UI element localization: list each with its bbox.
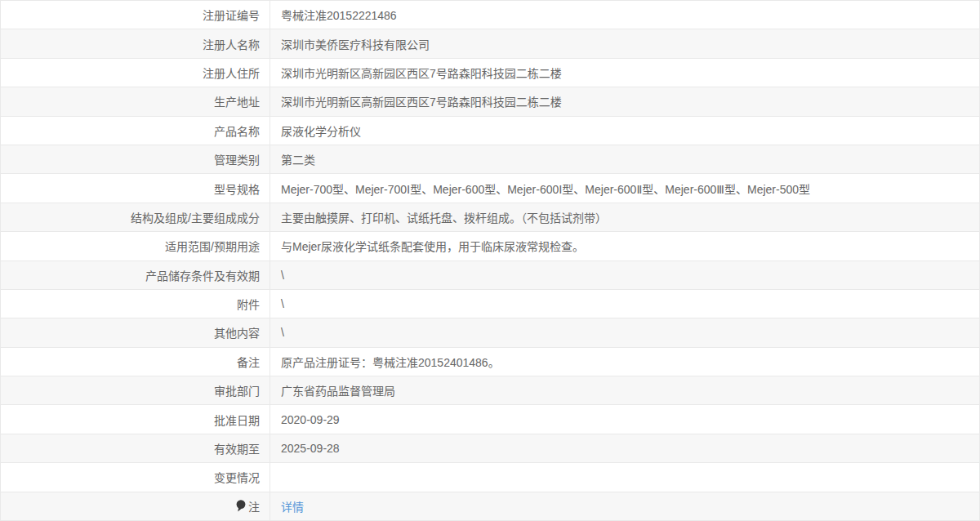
row-label: 生产地址 <box>1 87 270 115</box>
row-value: 2020-09-29 <box>270 405 979 433</box>
table-row: 备注 原产品注册证号：粤械注准20152401486。 <box>1 348 979 376</box>
table-row: 注册证编号 粤械注准20152221486 <box>1 1 979 29</box>
row-label-text: 产品储存条件及有效期 <box>145 267 260 283</box>
row-label: 注册证编号 <box>1 1 270 29</box>
row-label-text: 适用范围/预期用途 <box>165 238 260 254</box>
row-value-text: Mejer-700型、Mejer-700Ⅰ型、Mejer-600型、Mejer-… <box>281 180 810 197</box>
row-value-text: 深圳市光明新区高新园区西区7号路森阳科技园二栋二楼 <box>281 65 562 81</box>
row-label: 有效期至 <box>1 434 270 462</box>
row-label: 批准日期 <box>1 405 270 433</box>
table-row: 注册人名称 深圳市美侨医疗科技有限公司 <box>1 29 979 58</box>
row-label-text: 注 <box>248 498 260 514</box>
row-label-text: 注册证编号 <box>203 7 260 23</box>
row-label-text: 批准日期 <box>214 412 260 428</box>
table-row: 有效期至 2025-09-28 <box>1 434 979 463</box>
row-label: 结构及组成/主要组成成分 <box>1 203 270 231</box>
row-label: 型号规格 <box>1 174 270 202</box>
row-label-text: 结构及组成/主要组成成分 <box>131 209 260 225</box>
row-label-text: 注册人住所 <box>203 65 260 81</box>
row-value <box>270 463 979 491</box>
row-label-text: 附件 <box>237 296 260 312</box>
row-label-text: 注册人名称 <box>203 36 260 52</box>
row-label: 审批部门 <box>1 376 270 404</box>
row-value: 第二类 <box>270 145 979 173</box>
row-label: 管理类别 <box>1 145 270 173</box>
row-label-text: 其他内容 <box>214 324 260 341</box>
row-value-text: 尿液化学分析仪 <box>281 122 361 139</box>
row-label-text: 产品名称 <box>214 122 260 139</box>
table-row: 生产地址 深圳市光明新区高新园区西区7号路森阳科技园二栋二楼 <box>1 87 979 116</box>
table-row: 附件 \ <box>1 290 979 318</box>
row-label: 产品名称 <box>1 117 270 145</box>
table-row: 批准日期 2020-09-29 <box>1 405 979 434</box>
row-value: 原产品注册证号：粤械注准20152401486。 <box>270 348 979 376</box>
row-value-text: 第二类 <box>281 151 315 167</box>
table-row: 审批部门 广东省药品监督管理局 <box>1 376 979 405</box>
row-label: 注册人名称 <box>1 29 270 57</box>
row-value: 深圳市光明新区高新园区西区7号路森阳科技园二栋二楼 <box>270 59 979 87</box>
row-value: 详情 <box>270 492 979 520</box>
row-label: 其他内容 <box>1 318 270 346</box>
table-row: 型号规格 Mejer-700型、Mejer-700Ⅰ型、Mejer-600型、M… <box>1 174 979 203</box>
row-label: 产品储存条件及有效期 <box>1 261 270 289</box>
row-label: 适用范围/预期用途 <box>1 232 270 260</box>
row-label-text: 审批部门 <box>214 382 260 399</box>
table-row: 其他内容 \ <box>1 318 979 347</box>
row-value: 深圳市光明新区高新园区西区7号路森阳科技园二栋二楼 <box>270 87 979 115</box>
row-value: \ <box>270 261 979 289</box>
row-label-text: 生产地址 <box>214 93 260 109</box>
table-row: 管理类别 第二类 <box>1 145 979 174</box>
table-row: 产品名称 尿液化学分析仪 <box>1 117 979 145</box>
row-value-text: 深圳市光明新区高新园区西区7号路森阳科技园二栋二楼 <box>281 93 562 109</box>
row-value-text: 广东省药品监督管理局 <box>281 382 395 399</box>
row-value-text: 2020-09-29 <box>281 413 340 426</box>
row-value: 尿液化学分析仪 <box>270 117 979 145</box>
row-value-text: \ <box>281 269 284 282</box>
row-label: 备注 <box>1 348 270 376</box>
row-value-text: 与Mejer尿液化学试纸条配套使用，用于临床尿液常规检查。 <box>281 238 584 254</box>
row-label: 变更情况 <box>1 463 270 491</box>
row-label-text: 变更情况 <box>214 469 260 485</box>
table-row: 注册人住所 深圳市光明新区高新园区西区7号路森阳科技园二栋二楼 <box>1 59 979 87</box>
row-value-text: 主要由触摸屏、打印机、试纸托盘、拨杆组成。（不包括试剂带） <box>281 209 607 225</box>
row-value: 2025-09-28 <box>270 434 979 462</box>
row-label-text: 有效期至 <box>214 440 260 456</box>
note-balloon-icon <box>236 500 246 512</box>
row-value: 与Mejer尿液化学试纸条配套使用，用于临床尿液常规检查。 <box>270 232 979 260</box>
table-row: 注 详情 <box>1 492 979 520</box>
row-value: \ <box>270 318 979 346</box>
detail-link[interactable]: 详情 <box>281 498 304 514</box>
row-value: 主要由触摸屏、打印机、试纸托盘、拨杆组成。（不包括试剂带） <box>270 203 979 231</box>
row-value: \ <box>270 290 979 318</box>
row-value-text: \ <box>281 326 284 339</box>
row-value: 深圳市美侨医疗科技有限公司 <box>270 29 979 57</box>
row-label-text: 备注 <box>237 354 260 370</box>
row-value-text: \ <box>281 297 284 310</box>
table-row: 产品储存条件及有效期 \ <box>1 261 979 290</box>
table-row: 结构及组成/主要组成成分 主要由触摸屏、打印机、试纸托盘、拨杆组成。（不包括试剂… <box>1 203 979 232</box>
row-value: Mejer-700型、Mejer-700Ⅰ型、Mejer-600型、Mejer-… <box>270 174 979 202</box>
row-value-text: 深圳市美侨医疗科技有限公司 <box>281 36 430 52</box>
row-label: 注册人住所 <box>1 59 270 87</box>
row-label: 附件 <box>1 290 270 318</box>
table-row: 变更情况 <box>1 463 979 492</box>
row-value: 广东省药品监督管理局 <box>270 376 979 404</box>
table-row: 适用范围/预期用途 与Mejer尿液化学试纸条配套使用，用于临床尿液常规检查。 <box>1 232 979 260</box>
row-label-text: 型号规格 <box>214 180 260 197</box>
row-label: 注 <box>1 492 270 520</box>
row-label-text: 管理类别 <box>214 151 260 167</box>
row-value-text: 粤械注准20152221486 <box>281 7 397 23</box>
row-value-text: 原产品注册证号：粤械注准20152401486。 <box>281 354 500 370</box>
row-value-text: 2025-09-28 <box>281 442 340 455</box>
row-value: 粤械注准20152221486 <box>270 1 979 29</box>
device-registration-table: 注册证编号 粤械注准20152221486 注册人名称 深圳市美侨医疗科技有限公… <box>0 0 980 521</box>
